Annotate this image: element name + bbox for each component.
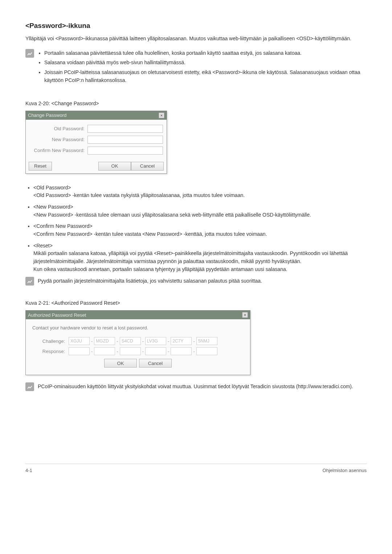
challenge-segments: - - - - - (69, 337, 217, 345)
challenge-seg (171, 337, 192, 345)
def-desc: <Old Password> -kentän tulee vastata nyk… (33, 192, 245, 198)
old-password-label: Old Password: (29, 126, 87, 131)
note-item: Joissain PCoIP-laitteissa salasanasuojau… (44, 68, 367, 85)
note-text: Pyydä portaalin järjestelmätoimittajalta… (38, 277, 262, 285)
confirm-new-password-label: Confirm New Password: (29, 148, 87, 153)
close-icon[interactable]: × (159, 112, 164, 118)
list-item: <Old Password> <Old Password> -kentän tu… (33, 184, 367, 200)
dialog-titlebar: Change Password × (26, 111, 167, 120)
note-icon (25, 277, 34, 286)
new-password-input[interactable] (87, 136, 163, 144)
def-term: <Reset> (33, 242, 367, 250)
challenge-label: Challenge: (32, 338, 69, 344)
note-block-3: PCoIP-ominaisuuden käyttöön liittyvät yk… (25, 382, 367, 391)
response-label: Response: (32, 349, 69, 354)
def-desc: Mikäli portaalin salasana katoaa, ylläpi… (33, 250, 348, 264)
challenge-seg (94, 337, 115, 345)
response-segments: - - - - - (69, 347, 217, 355)
contact-text: Contact your hardware vendor to reset a … (32, 325, 244, 331)
note-block-2: Pyydä portaalin järjestelmätoimittajalta… (25, 277, 367, 286)
field-definition-list: <Old Password> <Old Password> -kentän tu… (25, 184, 367, 274)
def-term: <New Password> (33, 203, 367, 211)
response-seg[interactable] (171, 347, 192, 355)
ok-button[interactable]: OK (98, 162, 131, 171)
close-icon[interactable]: × (242, 312, 248, 318)
def-desc: <Confirm New Password> -kentän tulee vas… (33, 231, 267, 237)
list-item: <New Password> <New Password> -kentässä … (33, 203, 367, 219)
figure-caption-2: Kuva 2-21: <Authorized Password Reset> (25, 300, 367, 306)
figure-caption-1: Kuva 2-20: <Change Password> (25, 100, 367, 106)
dialog-title-text: Authorized Password Reset (28, 312, 86, 318)
cancel-button[interactable]: Cancel (131, 162, 164, 171)
footer-right: Ohjelmiston asennus (323, 468, 367, 473)
intro-text: Ylläpitäjä voi <Password>-ikkunassa päiv… (25, 35, 367, 42)
response-seg[interactable] (145, 347, 166, 355)
def-term: <Old Password> (33, 184, 367, 192)
note-list-1: Portaalin salasanaa päivitettäessä tulee… (38, 49, 367, 86)
page-heading: <Password>-ikkuna (25, 22, 367, 30)
page-footer: 4-1 Ohjelmiston asennus (25, 464, 367, 473)
note-item: Salasana voidaan päivittää myös web-sivu… (44, 58, 367, 66)
response-seg[interactable] (196, 347, 217, 355)
note-icon (25, 382, 34, 391)
ok-button[interactable]: OK (104, 359, 137, 368)
dialog-title-text: Change Password (28, 112, 66, 118)
list-item: <Reset> Mikäli portaalin salasana katoaa… (33, 242, 367, 274)
note-icon (25, 49, 34, 58)
def-desc: <New Password> -kentässä tulee olemaan u… (33, 212, 311, 218)
new-password-label: New Password: (29, 137, 87, 142)
confirm-new-password-input[interactable] (87, 147, 163, 155)
note-item: Portaalin salasanaa päivitettäessä tulee… (44, 49, 367, 57)
challenge-seg (69, 337, 90, 345)
cancel-button[interactable]: Cancel (139, 359, 172, 368)
authorized-password-reset-dialog: Authorized Password Reset × Contact your… (25, 310, 250, 375)
def-term: <Confirm New Password> (33, 222, 367, 230)
footer-left: 4-1 (25, 468, 32, 473)
reset-button[interactable]: Reset (29, 162, 52, 171)
response-seg[interactable] (94, 347, 115, 355)
challenge-seg (196, 337, 217, 345)
list-item: <Confirm New Password> <Confirm New Pass… (33, 222, 367, 238)
dialog-titlebar: Authorized Password Reset × (26, 311, 250, 319)
challenge-seg (145, 337, 166, 345)
change-password-dialog: Change Password × Old Password: New Pass… (25, 111, 167, 174)
response-seg[interactable] (69, 347, 90, 355)
note-text: PCoIP-ominaisuuden käyttöön liittyvät yk… (38, 382, 353, 390)
old-password-input[interactable] (87, 125, 163, 133)
response-seg[interactable] (120, 347, 141, 355)
def-desc: Kun oikea vastauskoodi annetaan, portaal… (33, 266, 287, 272)
note-block-1: Portaalin salasanaa päivitettäessä tulee… (25, 49, 367, 86)
challenge-seg (120, 337, 141, 345)
